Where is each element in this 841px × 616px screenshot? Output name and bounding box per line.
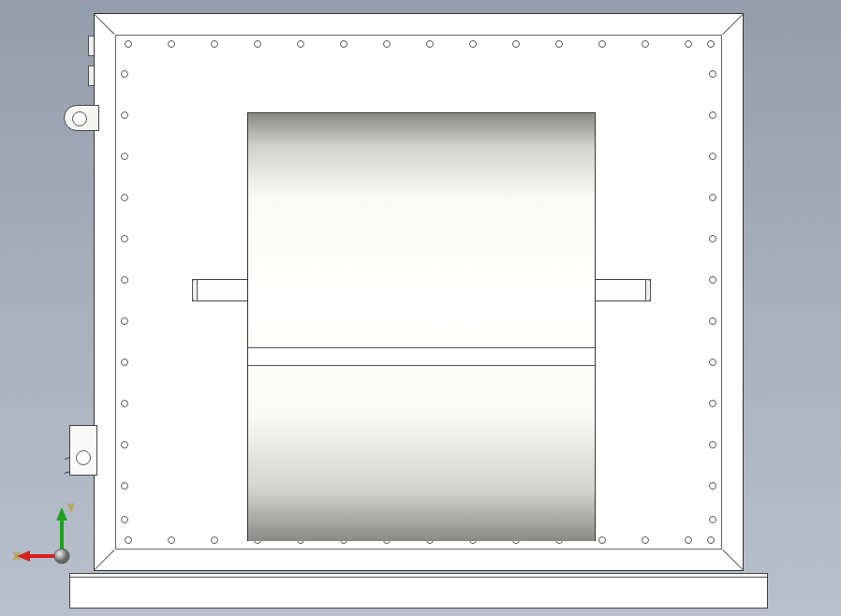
bolt-hole	[709, 153, 716, 160]
base-plate-edge	[70, 574, 767, 578]
bolt-hole	[121, 70, 128, 78]
x-axis-label: X	[13, 550, 20, 562]
miter-corner	[722, 550, 743, 570]
shaft-stub-right	[593, 279, 651, 301]
bolt-hole	[121, 235, 128, 242]
y-axis-label: Y	[67, 502, 74, 513]
bolt-hole	[709, 111, 716, 119]
shaft-end	[645, 279, 651, 301]
bolt-hole	[121, 516, 128, 523]
bolt-hole	[121, 359, 128, 366]
bolt-hole	[121, 111, 128, 119]
bolt-hole	[642, 40, 649, 48]
bolt-hole	[125, 536, 132, 544]
bolt-hole	[642, 536, 649, 544]
bolt-hole	[598, 40, 606, 48]
triad-origin-icon	[54, 549, 69, 564]
bolt-hole	[709, 276, 716, 284]
bolt-hole	[709, 359, 716, 366]
bolt-hole	[121, 153, 128, 160]
bolt-hole	[709, 516, 716, 523]
bolt-hole	[685, 536, 692, 544]
drum-seam	[248, 347, 595, 366]
bolt-hole	[707, 536, 715, 544]
bolt-hole	[121, 441, 128, 448]
cad-viewport[interactable]: X Y	[0, 0, 841, 616]
shaft-end	[192, 279, 198, 301]
left-lower-fixture	[69, 425, 97, 476]
bolt-hole	[709, 317, 716, 325]
miter-corner	[95, 550, 115, 570]
bolt-hole	[340, 40, 347, 48]
bolt-hole	[168, 40, 175, 48]
bolt-hole	[125, 40, 132, 48]
bolt-hole	[121, 317, 128, 325]
bolt-hole	[121, 482, 128, 490]
bolt-hole	[709, 70, 716, 78]
bolt-hole	[121, 194, 128, 201]
orientation-triad[interactable]: X Y	[17, 506, 92, 580]
bolt-hole	[707, 40, 715, 48]
drum-cylinder	[247, 112, 596, 541]
miter-corner	[722, 14, 743, 35]
bolt-hole	[555, 40, 563, 48]
bolt-hole	[297, 40, 304, 48]
bolt-hole	[254, 40, 261, 48]
miter-corner	[95, 14, 115, 35]
bolt-hole	[709, 482, 716, 490]
bolt-hole	[512, 40, 520, 48]
bolt-hole	[121, 400, 128, 407]
svg-marker-0	[56, 507, 67, 521]
left-port-fixture	[64, 105, 99, 131]
bolt-hole	[709, 441, 716, 448]
port-hole	[72, 111, 87, 126]
bolt-hole	[211, 40, 218, 48]
bolt-hole	[469, 40, 477, 48]
bolt-hole	[709, 235, 716, 242]
bolt-hole	[598, 536, 606, 544]
bolt-hole	[121, 276, 128, 284]
bolt-hole	[709, 400, 716, 407]
shaft-stub-left	[192, 279, 250, 301]
bolt-hole	[211, 536, 218, 544]
bolt-hole	[685, 40, 692, 48]
bolt-hole	[383, 40, 391, 48]
bolt-hole	[709, 194, 716, 201]
base-plate	[69, 573, 768, 609]
bolt-hole	[426, 40, 434, 48]
bolt-hole	[168, 536, 175, 544]
